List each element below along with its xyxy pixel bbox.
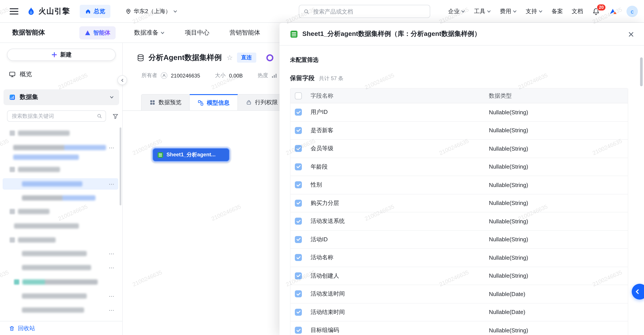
tab-data-prep[interactable]: 数据准备 <box>134 29 165 36</box>
home-icon <box>85 8 91 14</box>
sidebar-tree-item-redacted[interactable] <box>3 220 118 232</box>
tab-row-column-permission[interactable]: 行列权限 <box>238 94 286 111</box>
topbar-menu-item[interactable]: 费用 <box>500 7 517 15</box>
more-actions-icon[interactable]: ⋯ <box>109 144 115 151</box>
sidebar-tree-item-redacted[interactable] <box>3 234 118 246</box>
field-checkbox[interactable] <box>295 327 302 334</box>
field-checkbox[interactable] <box>295 236 302 243</box>
topbar-link-item[interactable]: 文档 <box>572 7 583 15</box>
field-row: 活动结束时间 Nullable(Date) <box>290 303 628 322</box>
sidebar-tree-item-redacted[interactable]: ⋯ <box>3 304 118 316</box>
redacted-text-bar <box>13 155 79 160</box>
owner-value: 2100246635 <box>171 72 200 79</box>
tree-item-icon <box>10 167 15 172</box>
redacted-text-bar <box>22 308 84 313</box>
topbar-link-item[interactable]: 备案 <box>552 7 563 15</box>
topbar-menu-item[interactable]: 工具 <box>474 7 491 15</box>
sidebar-tree: ⋯⋯⋯⋯⋯⋯ <box>0 43 123 322</box>
topbar-menu-item[interactable]: 企业 <box>448 7 465 15</box>
tab-model-info[interactable]: 模型信息 <box>190 94 238 111</box>
field-type: Nullable(String) <box>489 327 628 334</box>
tab-data-preview[interactable]: 数据预览 <box>141 94 190 111</box>
more-actions-icon[interactable]: ⋯ <box>109 264 115 271</box>
assistant-icon[interactable] <box>609 7 618 16</box>
sidebar-tree-item-redacted[interactable] <box>3 164 118 175</box>
field-checkbox[interactable] <box>295 272 302 279</box>
tab-marketing-agent[interactable]: 营销智能体 <box>230 29 260 36</box>
field-checkbox[interactable] <box>295 127 302 134</box>
tree-item-icon <box>14 279 19 285</box>
check-icon <box>296 255 301 260</box>
favorite-star-icon[interactable]: ☆ <box>226 54 233 61</box>
sidebar-tree-item-redacted[interactable]: ⋯ <box>3 248 118 259</box>
field-checkbox[interactable] <box>295 291 302 298</box>
recycle-bin-label: 回收站 <box>18 324 35 332</box>
sidebar-tree-item-redacted[interactable] <box>3 152 118 163</box>
sidebar-tree-item-redacted[interactable]: ⋯ <box>3 290 118 302</box>
search-icon <box>97 113 102 119</box>
sidebar-tree-item-redacted[interactable]: ⋯ <box>3 262 118 273</box>
overview-button[interactable]: 总览 <box>80 4 110 18</box>
field-checkbox[interactable] <box>295 254 302 261</box>
topbar-menu-item[interactable]: 支持 <box>526 7 543 15</box>
sidebar-item-recycle-bin[interactable]: 回收站 <box>0 321 122 335</box>
dataset-search-input[interactable] <box>11 113 94 120</box>
chevron-left-icon <box>635 289 640 294</box>
product-search-input[interactable] <box>312 8 426 15</box>
drawer-scrollbar-thumb[interactable] <box>640 57 643 86</box>
field-checkbox[interactable] <box>295 145 302 152</box>
tab-project-center-label: 项目中心 <box>185 29 210 36</box>
dataset-icon <box>9 94 16 101</box>
field-name: 年龄段 <box>310 163 489 171</box>
check-icon <box>296 310 301 315</box>
sidebar-tree-item-redacted[interactable] <box>3 127 118 139</box>
more-actions-icon[interactable]: ⋯ <box>109 307 115 313</box>
sidebar-collapse-button[interactable] <box>118 75 127 85</box>
agent-icon <box>84 29 91 36</box>
tab-marketing-agent-label: 营销智能体 <box>230 29 260 36</box>
more-actions-icon[interactable]: ⋯ <box>109 293 115 299</box>
tree-item-icon <box>10 130 15 136</box>
field-type: Nullable(String) <box>489 254 628 261</box>
field-checkbox[interactable] <box>295 109 302 116</box>
filter-button[interactable] <box>110 111 120 121</box>
overview-label: 总览 <box>94 7 105 15</box>
field-checkbox[interactable] <box>295 182 302 189</box>
hamburger-menu-icon[interactable] <box>10 8 18 14</box>
sidebar-item-overview[interactable]: 概览 <box>0 67 123 81</box>
sidebar-item-dataset[interactable]: 数据集 <box>4 89 119 105</box>
field-row: 年龄段 Nullable(String) <box>290 158 628 176</box>
sidebar-tree-item-redacted[interactable] <box>3 192 118 204</box>
fields-table: 字段名称 数据类型 用户ID Nullable(String) 是否新客 Nul… <box>290 88 628 335</box>
field-checkbox[interactable] <box>295 218 302 225</box>
more-actions-icon[interactable]: ⋯ <box>109 250 115 257</box>
heat-bars-icon <box>272 73 277 78</box>
new-button[interactable]: 新建 <box>7 49 116 61</box>
tab-project-center[interactable]: 项目中心 <box>185 29 210 36</box>
field-row: 活动发送时间 Nullable(Date) <box>290 285 628 303</box>
tab-agent[interactable]: 智能体 <box>79 26 116 39</box>
dataset-search <box>7 110 106 122</box>
notifications-button[interactable]: 20 <box>592 7 600 15</box>
sidebar-tree-item-redacted[interactable]: ⋯ <box>3 178 118 190</box>
more-actions-icon[interactable]: ⋯ <box>109 181 115 187</box>
dataset-node[interactable]: Sheet1_分析agent... <box>152 148 230 162</box>
page-title: 分析Agent数据集样例 <box>148 52 222 63</box>
chevron-down-icon <box>110 95 114 99</box>
field-type: Nullable(String) <box>489 182 628 188</box>
sidebar-tree-item-redacted[interactable] <box>3 276 118 288</box>
field-checkbox[interactable] <box>295 163 302 170</box>
brand-logo[interactable]: 火山引擎 <box>26 6 70 16</box>
region-selector[interactable]: 华东2（上海） <box>125 7 178 15</box>
close-button[interactable] <box>627 30 635 38</box>
ai-ring-icon[interactable] <box>266 54 273 61</box>
sidebar-tree-item-redacted[interactable] <box>3 206 118 217</box>
field-row: 活动名称 Nullable(String) <box>290 249 628 267</box>
user-avatar[interactable]: c <box>626 6 638 17</box>
filter-status: 未配置筛选 <box>290 56 644 63</box>
field-checkbox[interactable] <box>295 309 302 316</box>
select-all-checkbox[interactable] <box>295 92 302 99</box>
sidebar-scrollbar-thumb[interactable] <box>120 127 121 205</box>
redacted-text-bar <box>18 237 56 243</box>
field-checkbox[interactable] <box>295 200 302 207</box>
